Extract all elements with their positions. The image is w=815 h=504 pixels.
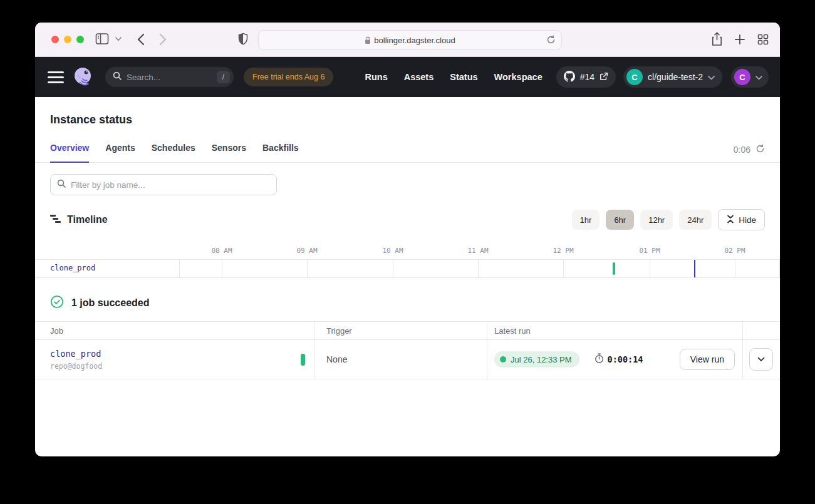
column-header-trigger: Trigger xyxy=(314,326,487,336)
url-text: bollinger.dagster.cloud xyxy=(374,36,455,45)
job-link[interactable]: clone_prod xyxy=(50,349,102,359)
jobs-summary: 1 job succeeded xyxy=(35,295,780,311)
view-run-button[interactable]: View run xyxy=(680,349,735,370)
axis-tick: 11 AM xyxy=(467,247,488,255)
grid-line xyxy=(563,260,564,277)
privacy-shield-icon[interactable] xyxy=(238,33,248,46)
search-input[interactable]: Search... / xyxy=(105,67,234,87)
sidebar-toggle-icon[interactable] xyxy=(95,33,109,45)
user-avatar: C xyxy=(734,69,750,85)
tab-agents[interactable]: Agents xyxy=(105,143,135,162)
actions-cell xyxy=(742,348,780,371)
sidebar-chevron-down-icon[interactable] xyxy=(115,37,122,41)
nav-assets[interactable]: Assets xyxy=(404,72,434,82)
free-trial-badge[interactable]: Free trial ends Aug 6 xyxy=(244,68,333,86)
user-menu[interactable]: C xyxy=(731,66,769,88)
nav-status[interactable]: Status xyxy=(450,72,477,82)
axis-tick: 08 AM xyxy=(211,247,232,255)
search-icon xyxy=(113,71,122,83)
run-duration: 0:00:14 xyxy=(594,353,643,366)
dagster-logo[interactable] xyxy=(71,66,94,88)
timeline-header: Timeline 1hr 6hr 12hr 24hr Hide xyxy=(35,209,780,230)
column-divider xyxy=(487,321,487,379)
grid-line xyxy=(478,260,479,277)
timeline-icon xyxy=(50,214,61,226)
timeline-job-label[interactable]: clone_prod xyxy=(50,264,95,272)
success-dot-icon xyxy=(500,356,506,363)
forward-button[interactable] xyxy=(159,33,167,46)
run-status-badge[interactable]: Jul 26, 12:33 PM xyxy=(494,351,579,368)
nav-workspace[interactable]: Workspace xyxy=(494,72,542,82)
primary-nav: Runs Assets Status Workspace xyxy=(365,72,542,82)
refresh-countdown: 0:06 xyxy=(734,144,765,155)
github-icon xyxy=(564,71,575,84)
window-controls xyxy=(51,36,84,43)
zoom-window-button[interactable] xyxy=(76,36,84,43)
slash-shortcut-key: / xyxy=(217,71,230,83)
axis-tick: 09 AM xyxy=(296,247,317,255)
github-link[interactable]: #14 xyxy=(556,66,616,88)
app-header: Search... / Free trial ends Aug 6 Runs A… xyxy=(35,57,780,97)
nav-runs[interactable]: Runs xyxy=(365,72,387,82)
hide-timeline-button[interactable]: Hide xyxy=(718,209,765,230)
external-link-icon xyxy=(600,72,608,83)
axis-tick: 12 PM xyxy=(553,247,573,255)
grid-line xyxy=(222,260,222,277)
timeline-run-marker[interactable] xyxy=(613,262,615,275)
duration-value: 0:00:14 xyxy=(608,354,643,364)
grid-line xyxy=(735,260,735,277)
tab-schedules[interactable]: Schedules xyxy=(152,143,195,162)
grid-line xyxy=(650,260,650,277)
tab-backfills[interactable]: Backfills xyxy=(262,143,299,162)
menu-icon[interactable] xyxy=(48,71,64,83)
job-cell: clone_prod repo@dogfood xyxy=(35,349,314,371)
timeline-chart: 08 AM 09 AM 10 AM 11 AM 12 PM 01 PM 02 P… xyxy=(35,245,780,277)
deployment-switcher[interactable]: C cl/guide-test-2 xyxy=(623,66,722,88)
axis-tick: 01 PM xyxy=(639,247,660,255)
deployment-name: cl/guide-test-2 xyxy=(648,72,703,82)
trigger-cell: None xyxy=(314,354,487,365)
browser-window: bollinger.dagster.cloud xyxy=(35,23,780,456)
job-run-history-bar[interactable] xyxy=(301,354,305,366)
back-button[interactable] xyxy=(137,33,145,46)
grid-line xyxy=(393,260,393,277)
page-content: Instance status Overview Agents Schedule… xyxy=(35,113,780,379)
tab-overview-icon[interactable] xyxy=(757,34,769,45)
page-title: Instance status xyxy=(50,113,765,126)
address-bar[interactable]: bollinger.dagster.cloud xyxy=(258,30,562,50)
grid-line xyxy=(307,260,308,277)
minimize-window-button[interactable] xyxy=(64,36,71,43)
range-1hr-button[interactable]: 1hr xyxy=(572,210,600,230)
axis-tick: 10 AM xyxy=(382,247,403,255)
summary-text: 1 job succeeded xyxy=(71,297,150,309)
range-24hr-button[interactable]: 24hr xyxy=(679,210,712,230)
tab-sensors[interactable]: Sensors xyxy=(212,143,246,162)
column-header-latest-run: Latest run xyxy=(487,326,742,336)
column-divider xyxy=(742,321,743,379)
jobs-table: Job Trigger Latest run clone_prod repo@d… xyxy=(35,321,780,379)
stopwatch-icon xyxy=(594,353,604,366)
check-circle-icon xyxy=(50,295,64,311)
timeline-controls: 1hr 6hr 12hr 24hr Hide xyxy=(572,209,765,230)
timeline-axis: 08 AM 09 AM 10 AM 11 AM 12 PM 01 PM 02 P… xyxy=(35,245,780,259)
hide-label: Hide xyxy=(739,215,756,225)
timeline-row: clone_prod xyxy=(35,259,780,278)
reload-icon[interactable] xyxy=(546,35,556,44)
refresh-icon[interactable] xyxy=(755,144,765,155)
timeline-title: Timeline xyxy=(67,214,108,225)
chevron-down-icon xyxy=(708,72,715,82)
column-header-job: Job xyxy=(35,326,314,336)
new-tab-icon[interactable] xyxy=(735,34,745,44)
search-icon xyxy=(57,179,66,190)
latest-run-cell: Jul 26, 12:33 PM 0:00:14 View run xyxy=(487,349,742,370)
job-filter-input[interactable]: Filter by job name... xyxy=(50,174,277,195)
close-window-button[interactable] xyxy=(51,36,59,43)
tab-overview[interactable]: Overview xyxy=(50,143,89,163)
range-6hr-button[interactable]: 6hr xyxy=(606,210,634,230)
axis-tick: 02 PM xyxy=(724,247,745,255)
github-pr-number: #14 xyxy=(580,72,594,82)
range-12hr-button[interactable]: 12hr xyxy=(640,210,673,230)
row-menu-button[interactable] xyxy=(749,348,773,371)
browser-toolbar: bollinger.dagster.cloud xyxy=(35,23,780,57)
share-icon[interactable] xyxy=(712,32,722,46)
